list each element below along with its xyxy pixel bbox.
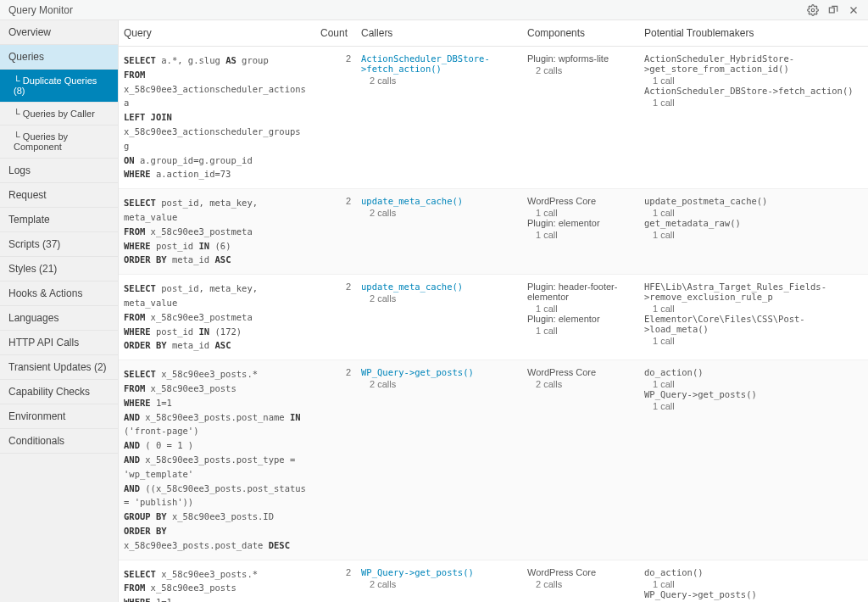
table-row: SELECT x_58c90ee3_posts.*FROM x_58c90ee3… — [119, 360, 868, 560]
sidebar-item[interactable]: Scripts (37) — [0, 232, 118, 257]
col-callers[interactable]: Callers — [356, 20, 522, 47]
count-cell: 2 — [315, 560, 356, 602]
count-cell: 2 — [315, 189, 356, 275]
window-title: Query Monitor — [8, 4, 73, 16]
sidebar-item[interactable]: Template — [0, 208, 118, 232]
sidebar-item[interactable]: Logs — [0, 159, 118, 183]
callers-cell: ActionScheduler_DBStore->fetch_action()2… — [356, 47, 522, 189]
trouble-cell: update_postmeta_cache()1 callget_metadat… — [639, 189, 868, 275]
sidebar-item[interactable]: Hooks & Actions — [0, 281, 118, 306]
components-cell: WordPress Core2 calls — [522, 360, 639, 560]
col-count[interactable]: Count — [315, 20, 356, 47]
sidebar-item[interactable]: └ Queries by Caller — [0, 103, 118, 125]
sidebar-item[interactable]: HTTP API Calls — [0, 331, 118, 355]
trouble-cell: do_action()1 callWP_Query->get_posts()1 … — [639, 360, 868, 560]
components-cell: WordPress Core1 callPlugin: elementor1 c… — [522, 189, 639, 275]
query-table: Query Count Callers Components Potential… — [119, 20, 868, 602]
col-components[interactable]: Components — [522, 20, 639, 47]
components-cell: Plugin: wpforms-lite2 calls — [522, 47, 639, 189]
table-row: SELECT post_id, meta_key, meta_valueFROM… — [119, 275, 868, 360]
sidebar-item[interactable]: Conditionals — [0, 429, 118, 454]
table-row: SELECT a.*, g.slug AS groupFROM x_58c90e… — [119, 47, 868, 189]
sidebar-item[interactable]: Languages — [0, 306, 118, 331]
content: Query Count Callers Components Potential… — [119, 20, 868, 602]
query-cell: SELECT x_58c90ee3_posts.*FROM x_58c90ee3… — [119, 360, 315, 560]
table-row: SELECT post_id, meta_key, meta_valueFROM… — [119, 189, 868, 275]
count-cell: 2 — [315, 275, 356, 360]
caller-link[interactable]: update_meta_cache() — [361, 196, 463, 206]
caller-link[interactable]: WP_Query->get_posts() — [361, 367, 474, 377]
components-cell: WordPress Core2 calls — [522, 560, 639, 602]
query-cell: SELECT post_id, meta_key, meta_valueFROM… — [119, 275, 315, 360]
gear-icon[interactable] — [807, 4, 819, 16]
sidebar-item[interactable]: └ Queries by Component — [0, 125, 118, 159]
trouble-cell: HFE\Lib\Astra_Target_Rules_Fields->remov… — [639, 275, 868, 360]
sidebar-item[interactable]: Request — [0, 183, 118, 208]
count-cell: 2 — [315, 360, 356, 560]
query-cell: SELECT a.*, g.slug AS groupFROM x_58c90e… — [119, 47, 315, 189]
callers-cell: update_meta_cache()2 calls — [356, 189, 522, 275]
svg-rect-1 — [829, 8, 834, 13]
trouble-cell: do_action()1 callWP_Query->get_posts()1 … — [639, 560, 868, 602]
col-query[interactable]: Query — [119, 20, 315, 47]
caller-link[interactable]: WP_Query->get_posts() — [361, 567, 474, 577]
query-cell: SELECT x_58c90ee3_posts.*FROM x_58c90ee3… — [119, 560, 315, 602]
components-cell: Plugin: header-footer-elementor1 callPlu… — [522, 275, 639, 360]
maximize-icon[interactable] — [827, 4, 839, 16]
query-cell: SELECT post_id, meta_key, meta_valueFROM… — [119, 189, 315, 275]
callers-cell: WP_Query->get_posts()2 calls — [356, 360, 522, 560]
table-row: SELECT x_58c90ee3_posts.*FROM x_58c90ee3… — [119, 560, 868, 602]
caller-link[interactable]: update_meta_cache() — [361, 281, 463, 292]
sidebar: OverviewQueries└ Duplicate Queries (8)└ … — [0, 20, 119, 602]
sidebar-item[interactable]: Transient Updates (2) — [0, 355, 118, 380]
sidebar-item[interactable]: Capability Checks — [0, 380, 118, 404]
callers-cell: update_meta_cache()2 calls — [356, 275, 522, 360]
callers-cell: WP_Query->get_posts()2 calls — [356, 560, 522, 602]
count-cell: 2 — [315, 47, 356, 189]
trouble-cell: ActionScheduler_HybridStore->get_store_f… — [639, 47, 868, 189]
sidebar-item[interactable]: Queries — [0, 45, 118, 70]
sidebar-item[interactable]: Overview — [0, 20, 118, 45]
svg-point-0 — [811, 8, 815, 12]
caller-link[interactable]: ActionScheduler_DBStore->fetch_action() — [361, 53, 490, 74]
close-icon[interactable] — [848, 4, 860, 16]
sidebar-item[interactable]: └ Duplicate Queries (8) — [0, 70, 118, 103]
header: Query Monitor — [0, 0, 868, 20]
sidebar-item[interactable]: Styles (21) — [0, 257, 118, 281]
header-icons — [807, 4, 860, 16]
sidebar-item[interactable]: Environment — [0, 404, 118, 429]
col-trouble[interactable]: Potential Troublemakers — [639, 20, 868, 47]
